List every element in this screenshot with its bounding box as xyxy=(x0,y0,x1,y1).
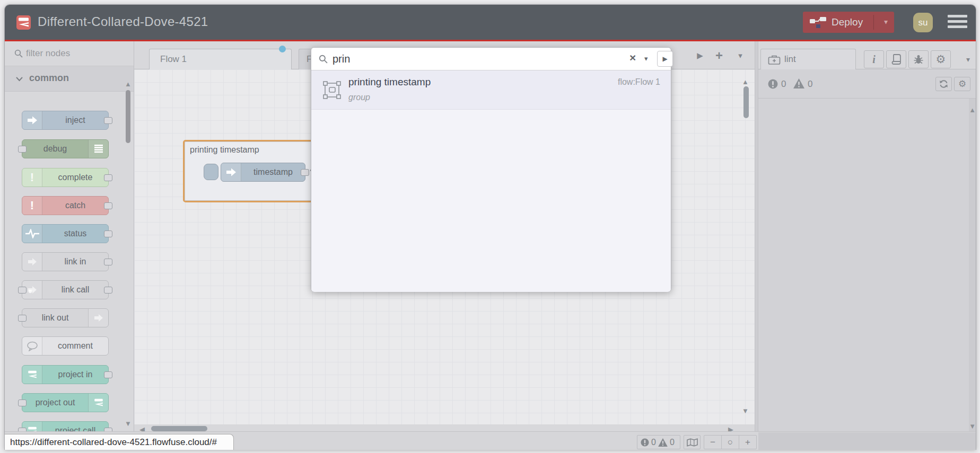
app-window: Different-Collared-Dove-4521 Deploy ▾ su xyxy=(4,4,976,450)
canvas-vscrollbar-thumb[interactable] xyxy=(743,86,749,118)
deploy-button[interactable]: Deploy ▾ xyxy=(803,12,894,33)
palette-node-project-out[interactable]: project out xyxy=(22,393,109,412)
palette-filter-input[interactable] xyxy=(26,46,127,61)
palette-node-inject[interactable]: inject xyxy=(22,111,109,130)
flowfuse-logo-icon xyxy=(22,366,42,384)
pulse-icon xyxy=(22,225,42,243)
canvas-scroll-down-icon[interactable]: ▼ xyxy=(742,407,749,415)
sidebar-splitter[interactable] xyxy=(755,41,758,431)
palette-node-complete[interactable]: ! complete xyxy=(22,168,109,187)
palette-node-project-call[interactable]: project call xyxy=(22,421,109,431)
canvas-notification-counts[interactable]: 0 0 xyxy=(637,435,680,449)
debug-tab-button[interactable] xyxy=(908,50,929,68)
palette-node-status[interactable]: status xyxy=(22,224,109,243)
flowfuse-logo-icon xyxy=(88,394,108,412)
main-menu-button[interactable] xyxy=(948,15,967,30)
tab-flow-1[interactable]: Flow 1 xyxy=(149,49,292,69)
browser-status-tooltip: https://different-collared-dove-4521.flo… xyxy=(5,434,234,450)
flow-list-chevron-icon[interactable]: ▾ xyxy=(731,41,749,69)
deploy-options-chevron-icon[interactable]: ▾ xyxy=(884,17,888,26)
link-arrow-icon xyxy=(22,253,42,271)
status-url: https://different-collared-dove-4521.flo… xyxy=(10,437,217,448)
sidebar-scroll-up-icon[interactable]: ▲ xyxy=(969,106,976,114)
add-flow-button[interactable]: + xyxy=(710,41,728,69)
debug-list-icon xyxy=(88,140,108,158)
sidebar-scroll-down-icon[interactable]: ▼ xyxy=(969,422,976,430)
canvas-warning-count: 0 xyxy=(670,438,675,447)
input-port xyxy=(18,287,27,294)
palette-node-catch[interactable]: ! catch xyxy=(22,196,109,215)
inject-node[interactable]: timestamp xyxy=(221,163,305,182)
scroll-tabs-right-icon[interactable]: ▶ xyxy=(691,41,709,69)
tab-lint[interactable]: lint xyxy=(760,49,856,69)
zoom-reset-button[interactable]: ○ xyxy=(721,436,739,449)
output-port xyxy=(104,230,112,237)
lint-settings-button[interactable]: ⚙ xyxy=(954,77,970,91)
lint-panel: ▲ ▼ xyxy=(758,99,976,431)
map-icon xyxy=(687,438,698,447)
error-circle-icon xyxy=(768,79,778,89)
info-tab-button[interactable]: i xyxy=(864,50,884,68)
user-initials: su xyxy=(918,17,928,28)
palette-scroll-down-icon[interactable]: ▼ xyxy=(125,420,132,428)
lint-refresh-button[interactable] xyxy=(935,77,952,91)
output-port[interactable] xyxy=(301,169,309,176)
warning-triangle-icon xyxy=(658,438,668,447)
inject-trigger-button[interactable] xyxy=(204,164,218,180)
clear-search-icon[interactable]: × xyxy=(629,51,636,64)
sidebar-scrollbar-track[interactable] xyxy=(969,99,976,431)
search-result-row[interactable]: printing timestamp group flow:Flow 1 xyxy=(311,70,671,110)
inject-arrow-icon xyxy=(22,111,42,129)
exclamation-icon: ! xyxy=(22,168,42,186)
zoom-out-button[interactable]: − xyxy=(704,436,721,449)
canvas-hscrollbar-thumb[interactable] xyxy=(151,426,207,431)
search-icon xyxy=(14,49,23,58)
user-avatar[interactable]: su xyxy=(913,13,933,32)
navigator-button[interactable] xyxy=(684,435,701,449)
inject-arrow-icon xyxy=(221,163,241,181)
output-port xyxy=(104,202,112,209)
search-collapse-button[interactable]: ▶ xyxy=(657,51,673,67)
flowfuse-logo-icon xyxy=(16,15,31,30)
lint-tab-label: lint xyxy=(784,54,796,65)
header: Different-Collared-Dove-4521 Deploy ▾ su xyxy=(5,5,976,40)
output-port xyxy=(104,287,112,294)
palette-node-link-out[interactable]: link out xyxy=(22,308,109,327)
instance-title: Different-Collared-Dove-4521 xyxy=(38,14,208,29)
chevron-down-icon xyxy=(15,76,23,82)
palette-scrollbar-thumb[interactable] xyxy=(126,90,130,143)
palette-node-link-call[interactable]: link call xyxy=(22,280,109,299)
input-port xyxy=(18,146,27,153)
search-icon xyxy=(319,55,328,64)
search-input[interactable] xyxy=(332,50,619,67)
result-location: flow:Flow 1 xyxy=(618,77,660,87)
palette: common inject debug ! complete xyxy=(5,41,134,431)
palette-node-comment[interactable]: comment xyxy=(22,336,109,356)
palette-filter xyxy=(5,41,134,66)
lint-counts-toolbar: 0 0 ⚙ xyxy=(758,69,976,99)
refresh-icon xyxy=(939,79,948,88)
canvas-scroll-up-icon[interactable]: ▲ xyxy=(742,78,749,86)
gear-icon: ⚙ xyxy=(936,53,946,66)
zoom-in-button[interactable]: + xyxy=(739,436,756,449)
group-label: printing timestamp xyxy=(190,145,259,155)
palette-scroll-up-icon[interactable]: ▲ xyxy=(125,80,132,88)
triangle-right-icon: ▶ xyxy=(662,55,667,63)
output-port xyxy=(104,371,112,378)
palette-node-debug[interactable]: debug xyxy=(22,139,109,158)
config-tab-button[interactable]: ⚙ xyxy=(931,50,951,68)
result-title: printing timestamp xyxy=(348,76,431,88)
search-options-chevron-icon[interactable]: ▾ xyxy=(644,55,648,63)
info-icon: i xyxy=(872,54,876,66)
error-circle-icon xyxy=(641,438,649,447)
help-tab-button[interactable] xyxy=(886,50,906,68)
node-group[interactable]: printing timestamp timestamp xyxy=(183,140,314,202)
sidebar-menu-chevron-icon[interactable]: ▾ xyxy=(966,55,970,64)
lint-error-count: 0 xyxy=(781,79,786,90)
palette-node-link-in[interactable]: link in xyxy=(22,252,109,271)
palette-category-common[interactable]: common xyxy=(5,66,134,92)
canvas-error-count: 0 xyxy=(651,438,656,447)
book-icon xyxy=(891,54,901,65)
gear-icon: ⚙ xyxy=(958,78,966,90)
palette-node-project-in[interactable]: project in xyxy=(22,365,109,384)
